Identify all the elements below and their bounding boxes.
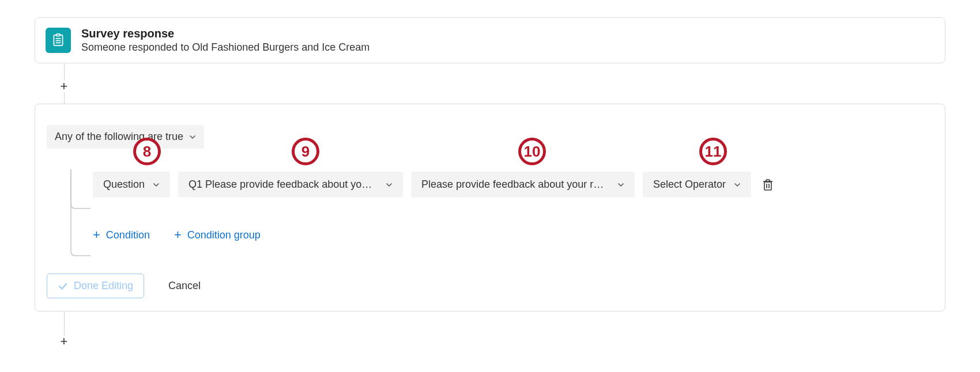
trash-icon [762, 179, 774, 191]
connector-bottom: + [56, 312, 91, 346]
cancel-label: Cancel [168, 280, 201, 291]
survey-icon [46, 28, 71, 53]
svg-rect-1 [56, 34, 61, 36]
add-step-button[interactable]: + [58, 81, 70, 92]
condition-row: Question Q1 Please provide feedback abou… [93, 172, 934, 198]
add-step-button-bottom[interactable]: + [58, 336, 70, 347]
plus-icon: + [93, 229, 100, 241]
tree-connector [63, 169, 97, 267]
chevron-down-icon [617, 181, 624, 188]
plus-icon: + [61, 335, 68, 348]
cancel-button[interactable]: Cancel [168, 280, 201, 292]
question-label: Q1 Please provide feedback about your... [189, 179, 378, 191]
add-condition-button[interactable]: + Condition [93, 229, 150, 241]
trigger-description: Someone responded to Old Fashioned Burge… [81, 41, 370, 54]
condition-type-dropdown[interactable]: Question [93, 172, 170, 198]
question-dropdown[interactable]: Q1 Please provide feedback about your... [178, 172, 403, 198]
add-condition-group-button[interactable]: + Condition group [174, 229, 261, 241]
field-label: Please provide feedback about your res..… [421, 179, 609, 191]
trigger-card[interactable]: Survey response Someone responded to Old… [35, 17, 945, 63]
chevron-down-icon [153, 181, 160, 188]
delete-condition-button[interactable] [762, 178, 774, 192]
add-condition-label: Condition [106, 229, 150, 241]
group-mode-label: Any of the following are true [55, 131, 183, 143]
field-dropdown[interactable]: Please provide feedback about your res..… [411, 172, 635, 198]
plus-icon: + [61, 80, 68, 93]
operator-label: Select Operator [653, 179, 726, 191]
callout-10: 10 [518, 138, 546, 165]
done-editing-label: Done Editing [74, 280, 133, 292]
add-group-label: Condition group [187, 229, 261, 241]
condition-editor-card: 8 9 10 11 Any of the following are true … [35, 104, 945, 312]
group-mode-dropdown[interactable]: Any of the following are true [47, 125, 204, 149]
trigger-title: Survey response [81, 27, 370, 40]
plus-icon: + [174, 229, 182, 241]
condition-type-label: Question [103, 179, 145, 191]
done-editing-button[interactable]: Done Editing [47, 274, 144, 298]
connector-top: + [56, 63, 91, 104]
chevron-down-icon [386, 181, 393, 188]
chevron-down-icon [734, 181, 741, 188]
callout-11: 11 [699, 138, 727, 165]
svg-rect-5 [764, 182, 771, 190]
check-icon [58, 281, 68, 291]
chevron-down-icon [189, 134, 196, 141]
operator-dropdown[interactable]: Select Operator [643, 172, 751, 198]
callout-9: 9 [292, 138, 319, 165]
